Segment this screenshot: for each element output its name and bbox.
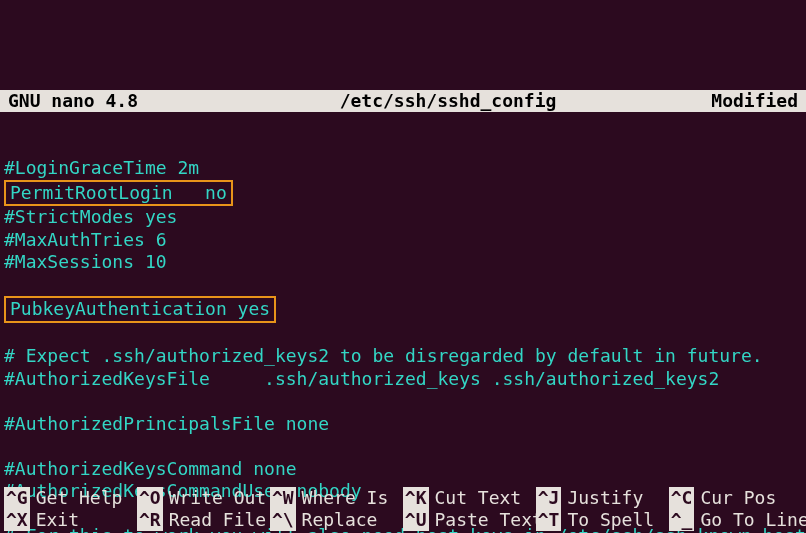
shortcut-label: Cut Text (435, 487, 522, 510)
shortcut-key: ^O (137, 487, 163, 510)
shortcut-key: ^G (4, 487, 30, 510)
shortcut-label: Cur Pos (700, 487, 776, 510)
shortcut-key: ^T (536, 509, 562, 532)
shortcut-item[interactable]: ^WWhere Is (270, 487, 403, 509)
shortcut-item[interactable]: ^TTo Spell (536, 509, 669, 531)
editor-area[interactable]: #LoginGraceTime 2mPermitRootLogin no#Str… (0, 157, 806, 533)
shortcut-key: ^W (270, 487, 296, 510)
shortcut-key: ^K (403, 487, 429, 510)
config-line: #AuthorizedKeysCommand none (4, 458, 802, 481)
shortcut-bar: ^GGet Help^OWrite Out^WWhere Is^KCut Tex… (0, 487, 806, 533)
shortcut-item[interactable]: ^RRead File (137, 509, 270, 531)
shortcut-label: Replace (302, 509, 378, 532)
shortcut-label: Where Is (302, 487, 389, 510)
shortcut-label: Write Out (169, 487, 267, 510)
config-line: #MaxAuthTries 6 (4, 229, 802, 252)
shortcut-item[interactable]: ^UPaste Text (403, 509, 536, 531)
shortcut-label: Justify (567, 487, 643, 510)
shortcut-label: Paste Text (435, 509, 543, 532)
config-line: #AuthorizedPrincipalsFile none (4, 413, 802, 436)
config-line (4, 435, 802, 458)
shortcut-item[interactable]: ^GGet Help (4, 487, 137, 509)
shortcut-key: ^U (403, 509, 429, 532)
config-line (4, 274, 802, 297)
shortcut-label: Read File (169, 509, 267, 532)
shortcut-item[interactable]: ^XExit (4, 509, 137, 531)
shortcut-item[interactable]: ^KCut Text (403, 487, 536, 509)
shortcut-item[interactable]: ^JJustify (536, 487, 669, 509)
title-bar: GNU nano 4.8 /etc/ssh/sshd_config Modifi… (0, 90, 806, 112)
shortcut-label: To Spell (567, 509, 654, 532)
config-line: # Expect .ssh/authorized_keys2 to be dis… (4, 345, 802, 368)
shortcut-label: Exit (36, 509, 79, 532)
shortcut-key: ^_ (669, 509, 695, 532)
shortcut-label: Go To Line (700, 509, 806, 532)
shortcut-key: ^C (669, 487, 695, 510)
config-line: #MaxSessions 10 (4, 251, 802, 274)
file-path: /etc/ssh/sshd_config (200, 90, 696, 113)
shortcut-item[interactable]: ^OWrite Out (137, 487, 270, 509)
highlighted-config-line: PermitRootLogin no (4, 180, 233, 207)
shortcut-key: ^R (137, 509, 163, 532)
shortcut-key: ^\ (270, 509, 296, 532)
modified-status: Modified (696, 90, 806, 113)
shortcut-item[interactable]: ^\Replace (270, 509, 403, 531)
config-line: #StrictModes yes (4, 206, 802, 229)
highlighted-config-line: PubkeyAuthentication yes (4, 296, 276, 323)
shortcut-label: Get Help (36, 487, 123, 510)
config-line: #LoginGraceTime 2m (4, 157, 802, 180)
config-line (4, 323, 802, 346)
shortcut-item[interactable]: ^CCur Pos (669, 487, 802, 509)
shortcut-key: ^X (4, 509, 30, 532)
config-line (4, 390, 802, 413)
shortcut-key: ^J (536, 487, 562, 510)
app-name: GNU nano 4.8 (0, 90, 200, 113)
config-line: #AuthorizedKeysFile .ssh/authorized_keys… (4, 368, 802, 391)
shortcut-item[interactable]: ^_Go To Line (669, 509, 802, 531)
